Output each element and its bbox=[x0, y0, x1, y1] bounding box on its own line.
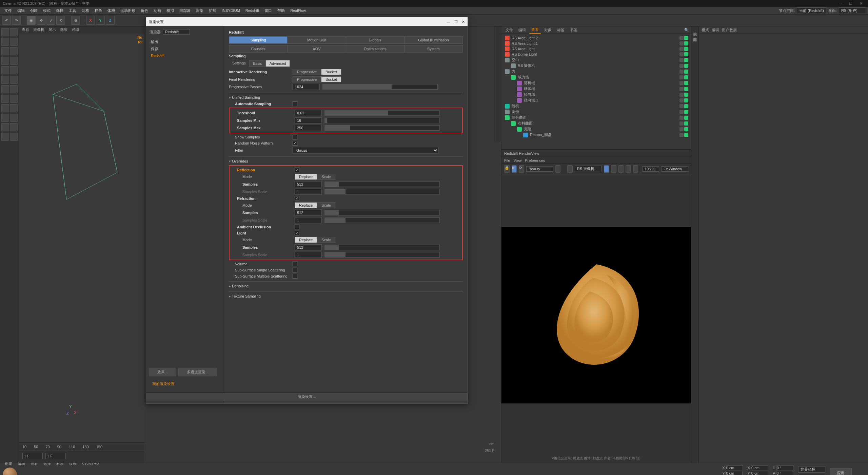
apply-button[interactable]: 应用 bbox=[830, 468, 852, 475]
object-row[interactable]: 空白 bbox=[503, 57, 690, 63]
frame-current-field[interactable] bbox=[45, 453, 66, 459]
palette-tool[interactable] bbox=[1, 85, 9, 93]
palette-tool[interactable] bbox=[1, 28, 9, 36]
rview-lock-icon[interactable]: 🔒 bbox=[504, 165, 510, 173]
my-render-settings[interactable]: 我的渲染设置 bbox=[152, 381, 175, 386]
tag-icon[interactable] bbox=[684, 110, 688, 114]
objmgr-tags[interactable]: 标签 bbox=[555, 27, 567, 33]
tag-icon[interactable] bbox=[679, 47, 684, 51]
vp-menu-options[interactable]: 选项 bbox=[60, 27, 67, 32]
object-row[interactable]: 球体域 bbox=[503, 86, 690, 92]
attr-userdata[interactable]: 用户数据 bbox=[722, 27, 737, 33]
menu-edit[interactable]: 编辑 bbox=[15, 7, 27, 14]
samples-min-field[interactable] bbox=[295, 117, 322, 124]
object-row[interactable]: Retopo_圆盘 bbox=[503, 132, 690, 138]
light-sscale-slider[interactable] bbox=[324, 252, 440, 258]
refraction-check[interactable] bbox=[295, 196, 299, 201]
rview-zoom[interactable]: 105 % bbox=[642, 166, 659, 172]
tag-icon[interactable] bbox=[679, 133, 684, 137]
filter-select[interactable]: Gauss bbox=[293, 147, 438, 154]
coord-space-select[interactable]: 世界坐标 bbox=[798, 466, 825, 473]
tag-icon[interactable] bbox=[679, 110, 684, 114]
rview-btn[interactable] bbox=[626, 165, 631, 173]
denoising-header[interactable]: Denoising bbox=[229, 283, 463, 289]
tab-caustics[interactable]: Caustics bbox=[229, 45, 288, 53]
threshold-field[interactable] bbox=[295, 110, 322, 116]
tag-icon[interactable] bbox=[684, 116, 688, 120]
tag-icon[interactable] bbox=[684, 70, 688, 74]
effects-button[interactable]: 效果... bbox=[149, 368, 176, 376]
object-row[interactable]: 力 bbox=[503, 69, 690, 74]
tag-icon[interactable] bbox=[684, 133, 688, 137]
tag-icon[interactable] bbox=[684, 87, 688, 91]
tag-icon[interactable] bbox=[684, 121, 688, 126]
palette-tool[interactable] bbox=[1, 133, 9, 141]
overrides-header[interactable]: Overrides bbox=[229, 158, 463, 165]
menu-window[interactable]: 窗口 bbox=[262, 7, 274, 14]
palette-tool[interactable] bbox=[1, 114, 9, 122]
refl-samples-slider[interactable] bbox=[324, 182, 440, 187]
objmgr-objects[interactable]: 对象 bbox=[542, 27, 554, 33]
rot-h[interactable] bbox=[776, 466, 793, 470]
side-tab-2[interactable]: 内容浏览器 bbox=[691, 32, 698, 37]
tag-icon[interactable] bbox=[679, 93, 684, 97]
samples-min-slider[interactable] bbox=[324, 118, 440, 123]
ir-progressive[interactable]: Progressive bbox=[293, 69, 321, 75]
pp-slider[interactable] bbox=[322, 84, 438, 90]
light-samples-field[interactable] bbox=[295, 244, 322, 250]
vp-menu-view[interactable]: 查看 bbox=[22, 27, 29, 32]
menu-mode[interactable]: 模式 bbox=[41, 7, 53, 14]
palette-tool[interactable] bbox=[10, 47, 18, 55]
tag-icon[interactable] bbox=[684, 41, 688, 45]
threshold-slider[interactable] bbox=[324, 110, 440, 116]
menu-mograph[interactable]: 运动图形 bbox=[118, 7, 138, 14]
sss2-check[interactable] bbox=[293, 274, 297, 279]
object-row[interactable]: 备份 bbox=[503, 109, 690, 115]
show-samples-check[interactable] bbox=[293, 135, 297, 139]
palette-tool[interactable] bbox=[1, 76, 9, 84]
objmgr-bookmarks[interactable]: 书签 bbox=[568, 27, 579, 33]
object-row[interactable]: RS 摄像机 bbox=[503, 63, 690, 69]
rview-btn[interactable] bbox=[604, 165, 609, 173]
palette-tool[interactable] bbox=[1, 66, 9, 74]
tab-globals[interactable]: Globals bbox=[346, 36, 405, 44]
objmgr-edit[interactable]: 编辑 bbox=[516, 27, 528, 33]
basic-tab[interactable]: Basic bbox=[249, 60, 266, 67]
render-settings-footer[interactable]: 渲染设置... bbox=[146, 393, 468, 401]
object-row[interactable]: 克隆 bbox=[503, 126, 690, 132]
attr-edit[interactable]: 编辑 bbox=[712, 27, 719, 33]
tree-redshift[interactable]: Redshift bbox=[148, 53, 222, 59]
tree-output[interactable]: 输出 bbox=[148, 38, 222, 45]
samples-max-field[interactable] bbox=[295, 125, 322, 131]
rview-menu-file[interactable]: File bbox=[504, 158, 510, 163]
fr-progressive[interactable]: Progressive bbox=[293, 76, 321, 82]
menu-volume[interactable]: 体积 bbox=[105, 7, 117, 14]
menu-create[interactable]: 创建 bbox=[28, 7, 40, 14]
tag-icon[interactable] bbox=[684, 81, 688, 85]
renderer-select[interactable]: Redshift bbox=[163, 29, 190, 35]
tag-icon[interactable] bbox=[679, 41, 684, 45]
tag-icon[interactable] bbox=[684, 93, 688, 97]
rview-menu-view[interactable]: View bbox=[514, 158, 522, 163]
tag-icon[interactable] bbox=[684, 127, 688, 131]
undo-button[interactable]: ↶ bbox=[2, 16, 11, 25]
menu-select[interactable]: 选择 bbox=[54, 7, 66, 14]
side-tab-1[interactable]: 构成 bbox=[691, 26, 698, 32]
menu-realflow[interactable]: RealFlow bbox=[288, 8, 308, 13]
menu-file[interactable]: 文件 bbox=[2, 7, 14, 14]
palette-tool[interactable] bbox=[10, 114, 18, 122]
tab-optimizations[interactable]: Optimizations bbox=[346, 45, 405, 53]
palette-tool[interactable] bbox=[10, 133, 18, 141]
tag-icon[interactable] bbox=[679, 121, 684, 126]
axis-z-toggle[interactable]: Z bbox=[106, 16, 115, 25]
object-row[interactable]: 随机域 bbox=[503, 80, 690, 86]
tab-sampling[interactable]: Sampling bbox=[229, 36, 288, 44]
rotate-tool[interactable]: ⟲ bbox=[56, 16, 65, 25]
palette-tool[interactable] bbox=[10, 85, 18, 93]
refl-replace[interactable]: Replace bbox=[295, 174, 317, 180]
tag-icon[interactable] bbox=[684, 36, 688, 40]
palette-tool[interactable] bbox=[1, 47, 9, 55]
vp-menu-cameras[interactable]: 摄像机 bbox=[33, 27, 44, 32]
node-space-select[interactable]: 当前 (Redshift) bbox=[797, 7, 826, 14]
attr-mode[interactable]: 模式 bbox=[702, 27, 709, 33]
